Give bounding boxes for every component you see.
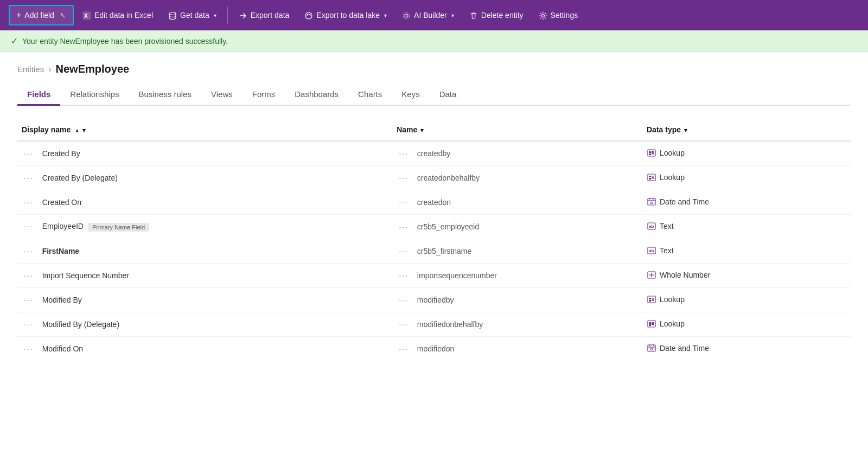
row-ellipsis-btn[interactable]: ··· — [22, 197, 36, 208]
svg-text:ab: ab — [649, 248, 654, 253]
row-name-ellipsis[interactable]: ··· — [397, 221, 411, 232]
ai-builder-button[interactable]: AI Builder ▾ — [395, 6, 461, 24]
export-lake-button[interactable]: Export to data lake ▾ — [298, 6, 393, 24]
data-type-label: Lookup — [660, 149, 685, 157]
tab-fields[interactable]: Fields — [17, 84, 60, 106]
field-name-value: modifiedon — [417, 344, 455, 353]
col-header-data-type[interactable]: Data type ▾ — [642, 119, 851, 141]
table-row: ···Modified On···modifiedon Date and Tim… — [17, 337, 851, 361]
tab-keys[interactable]: Keys — [392, 84, 429, 106]
row-name-ellipsis[interactable]: ··· — [397, 343, 411, 354]
row-ellipsis-btn[interactable]: ··· — [22, 343, 36, 354]
field-name-value: modifiedby — [417, 296, 454, 304]
cell-name: ···modifiedby — [392, 288, 642, 312]
breadcrumb-separator: › — [48, 65, 51, 74]
row-ellipsis-btn[interactable]: ··· — [22, 172, 36, 183]
data-type-label: Date and Time — [660, 197, 709, 206]
row-ellipsis-btn[interactable]: ··· — [22, 294, 36, 305]
row-ellipsis-btn[interactable]: ··· — [22, 246, 36, 257]
data-type-display: Date and Time — [647, 197, 709, 207]
tab-data[interactable]: Data — [430, 84, 467, 106]
data-type-label: Text — [660, 222, 674, 230]
svg-rect-12 — [652, 153, 654, 155]
field-display-name: Created On — [42, 198, 81, 207]
svg-rect-15 — [649, 178, 651, 180]
table-row: ···Created On···createdon Date and Time — [17, 190, 851, 215]
edit-excel-label: Edit data in Excel — [94, 11, 153, 20]
row-name-ellipsis[interactable]: ··· — [397, 246, 411, 257]
field-display-name: EmployeeID — [42, 222, 84, 230]
delete-entity-label: Delete entity — [481, 11, 524, 20]
row-name-ellipsis[interactable]: ··· — [397, 197, 411, 208]
row-ellipsis-btn[interactable]: ··· — [22, 221, 36, 232]
edit-excel-button[interactable]: X Edit data in Excel — [76, 6, 159, 24]
row-ellipsis-btn[interactable]: ··· — [22, 270, 36, 281]
export-lake-label: Export to data lake — [316, 11, 380, 20]
breadcrumb-entities[interactable]: Entities — [17, 65, 44, 74]
tab-business-rules[interactable]: Business rules — [129, 84, 201, 106]
cell-name: ···createdon — [392, 190, 642, 215]
svg-rect-42 — [652, 324, 654, 325]
svg-point-4 — [405, 14, 408, 17]
plus-icon: + — [16, 10, 21, 20]
lookup-icon — [647, 148, 656, 158]
data-type-label: Lookup — [660, 319, 685, 328]
tab-dashboards[interactable]: Dashboards — [285, 84, 348, 106]
tab-forms[interactable]: Forms — [242, 84, 285, 106]
success-banner: ✓ Your entity NewEmployee has been provi… — [0, 30, 868, 52]
name-dropdown-icon[interactable]: ▾ — [420, 127, 424, 133]
field-display-name: Modified By — [42, 296, 82, 304]
tab-relationships[interactable]: Relationships — [60, 84, 129, 106]
export-data-label: Export data — [251, 11, 290, 20]
col-header-name[interactable]: Name ▾ — [392, 119, 642, 141]
cell-name: ···cr5b5_firstname — [392, 239, 642, 264]
database-icon — [168, 10, 177, 20]
col-header-display-name[interactable]: Display name ▲ ▾ — [17, 119, 392, 141]
svg-rect-11 — [652, 152, 654, 153]
table-row: ···Modified By···modifiedby Lookup — [17, 288, 851, 312]
data-type-display: ab Text — [647, 246, 674, 255]
data-type-display: Lookup — [647, 148, 685, 158]
breadcrumb-current: NewEmployee — [56, 63, 130, 75]
cell-data-type: ab Text — [642, 215, 851, 239]
datatype-dropdown-icon[interactable]: ▾ — [684, 127, 687, 133]
row-name-ellipsis[interactable]: ··· — [397, 294, 411, 305]
excel-icon: X — [82, 10, 91, 20]
cell-name: ···importsequencenumber — [392, 264, 642, 288]
lookup-icon — [647, 319, 656, 329]
cell-name: ···createdby — [392, 141, 642, 166]
row-name-ellipsis[interactable]: ··· — [397, 148, 411, 159]
lookup-icon — [647, 172, 656, 182]
sort-dropdown-display[interactable]: ▾ — [82, 127, 86, 133]
row-ellipsis-btn[interactable]: ··· — [22, 148, 36, 159]
field-name-value: cr5b5_firstname — [417, 247, 471, 255]
cell-display-name: ···Modified By — [17, 288, 392, 312]
ai-builder-label: AI Builder — [414, 11, 447, 20]
row-name-ellipsis[interactable]: ··· — [397, 270, 411, 281]
get-data-button[interactable]: Get data ▾ — [162, 6, 223, 24]
svg-text:X: X — [84, 13, 88, 19]
row-name-ellipsis[interactable]: ··· — [397, 172, 411, 183]
tab-charts[interactable]: Charts — [348, 84, 392, 106]
table-row: ···FirstName···cr5b5_firstname ab Text — [17, 239, 851, 264]
text-icon: ab — [647, 246, 656, 255]
row-name-ellipsis[interactable]: ··· — [397, 319, 411, 330]
svg-rect-10 — [652, 151, 654, 152]
lookup-icon — [647, 294, 656, 304]
tab-views[interactable]: Views — [201, 84, 242, 106]
add-field-button[interactable]: + Add field ↖ — [9, 5, 74, 25]
data-type-display: Whole Number — [647, 270, 710, 280]
svg-point-5 — [403, 12, 410, 19]
field-display-name: Import Sequence Number — [42, 271, 129, 280]
data-type-label: Date and Time — [660, 344, 709, 353]
delete-entity-button[interactable]: Delete entity — [463, 6, 530, 24]
cursor-icon: ↖ — [60, 11, 66, 20]
settings-button[interactable]: Settings — [532, 6, 585, 24]
main-content: Entities › NewEmployee Fields Relationsh… — [0, 52, 868, 361]
export-icon — [239, 10, 247, 20]
row-ellipsis-btn[interactable]: ··· — [22, 319, 36, 330]
export-data-button[interactable]: Export data — [232, 6, 296, 24]
svg-text:ab: ab — [649, 224, 654, 229]
field-name-value: createdonbehalfby — [417, 174, 480, 182]
field-name-value: createdby — [417, 149, 450, 158]
